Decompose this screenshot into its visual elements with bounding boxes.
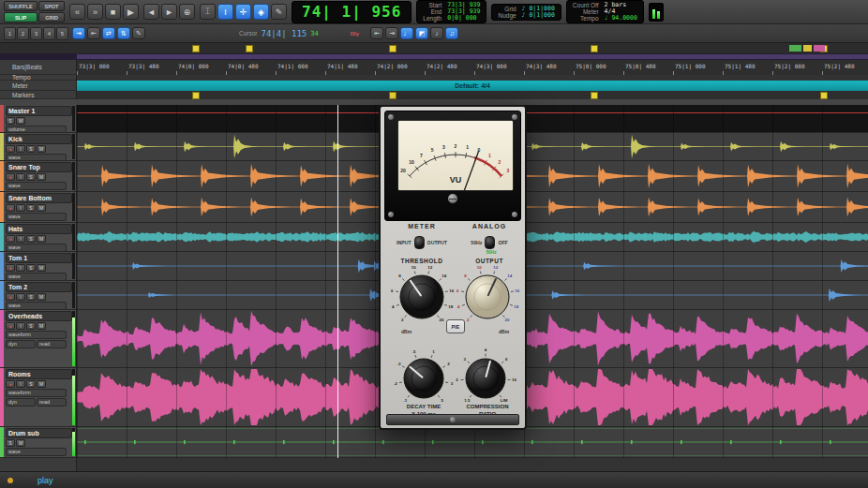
input-monitor-button[interactable]: I [16, 173, 25, 181]
mute-button[interactable]: M [37, 235, 46, 243]
solo-button[interactable]: S [26, 322, 36, 330]
input-monitor-button[interactable]: I [16, 380, 25, 388]
solo-button[interactable]: S [26, 380, 36, 388]
insertion-follows-playback-button[interactable]: ⇤ [87, 27, 100, 39]
track-name[interactable]: Rooms [6, 369, 72, 379]
ruler-name-bars-beats[interactable]: Bars|Beats [0, 60, 76, 75]
input-monitor-button[interactable]: I [16, 235, 25, 243]
zoomer-tool[interactable]: ⊕ [179, 4, 195, 20]
track-header-tom-2[interactable]: Tom 2●ISMwave [0, 281, 77, 310]
window-config-3[interactable]: 3 [30, 27, 42, 40]
mute-button[interactable]: M [37, 264, 46, 272]
solo-button[interactable]: S [26, 173, 36, 181]
track-header-kick[interactable]: Kick●ISMwave [0, 133, 77, 161]
track-header-snare-top[interactable]: Snare Top●ISMwave [0, 161, 77, 192]
track-view-selector[interactable]: wave [6, 244, 67, 252]
pre-roll-button[interactable]: ⇤ [370, 27, 383, 39]
window-config-1[interactable]: 1 [4, 27, 16, 40]
track-name[interactable]: Kick [6, 134, 72, 144]
track-view-selector[interactable]: volume [6, 126, 67, 133]
track-view-selector[interactable]: waveform [6, 331, 67, 339]
main-counter[interactable]: 74| 1| 956 [292, 1, 412, 23]
track-header-master-1[interactable]: Master 1SMvolume [0, 105, 77, 133]
mute-button[interactable]: M [37, 380, 46, 388]
tempo-value[interactable]: 94.0000 [611, 14, 636, 22]
ruler-name-meter[interactable]: Meter [0, 81, 76, 91]
grabber-tool[interactable]: ✛ [235, 4, 251, 20]
record-enable-button[interactable]: ● [6, 322, 15, 330]
dyn-selector[interactable]: dyn [6, 340, 36, 348]
marker-icon[interactable] [389, 92, 397, 99]
record-enable-button[interactable]: ● [6, 145, 15, 153]
meter-label[interactable]: Meter [573, 8, 599, 15]
stop-button[interactable]: ■ [105, 4, 121, 20]
post-roll-button[interactable]: ⇥ [385, 27, 398, 39]
input-monitor-button[interactable]: I [16, 293, 25, 301]
edit-mode-shuffle[interactable]: SHUFFLE [4, 1, 37, 11]
edit-mode-grid[interactable]: GRID [38, 12, 65, 22]
countoff-label[interactable]: Count Off [573, 2, 599, 8]
track-header-rooms[interactable]: Rooms●ISMwaveformdynread [0, 368, 77, 427]
track-lane-drum-sub[interactable] [77, 427, 868, 458]
edit-mode-spot[interactable]: SPOT [38, 1, 65, 11]
track-view-selector[interactable]: wave [6, 182, 67, 190]
marker-icon[interactable] [192, 92, 200, 99]
tempo-label[interactable]: Tempo [573, 15, 599, 22]
window-config-4[interactable]: 4 [43, 27, 55, 40]
solo-button[interactable]: S [26, 145, 36, 153]
selector-tool[interactable]: I [217, 4, 233, 20]
track-view-selector[interactable]: waveform [6, 389, 67, 397]
meter-source-toggle[interactable] [414, 236, 425, 249]
nudge-value[interactable]: 0|1|000 [529, 11, 554, 19]
track-view-selector[interactable]: wave [6, 213, 67, 221]
rewind-button[interactable]: « [69, 4, 85, 20]
marker-icon[interactable] [820, 92, 828, 99]
track-name[interactable]: Snare Top [6, 162, 72, 172]
solo-button[interactable]: S [26, 264, 36, 272]
edit-mode-slip[interactable]: SLIP [4, 12, 37, 22]
window-config-5[interactable]: 5 [56, 27, 68, 40]
track-header-overheads[interactable]: Overheads●ISMwaveformdynread [0, 310, 77, 368]
track-view-selector[interactable]: wave [6, 302, 67, 310]
automation-mode-selector[interactable]: read [37, 340, 67, 348]
record-enable-button[interactable]: ● [6, 380, 15, 388]
input-monitor-button[interactable]: I [16, 264, 25, 272]
length-value[interactable]: 0|0| 000 [447, 15, 480, 22]
track-view-selector[interactable]: wave [6, 448, 67, 456]
bars-beats-ruler[interactable]: 73|3| 00073|3| 48074|0| 00074|0| 48074|1… [77, 60, 868, 76]
metronome-button[interactable]: ♩ [400, 27, 413, 39]
edit-cursor[interactable] [337, 105, 338, 458]
mute-button[interactable]: M [37, 145, 46, 153]
conductor-button[interactable]: ♫ [445, 27, 458, 39]
delay-compensation-label[interactable]: Dly [351, 31, 359, 37]
solo-button[interactable]: S [26, 204, 36, 212]
trim-tool[interactable]: ⌶ [200, 4, 216, 20]
marker-icon[interactable] [591, 92, 598, 99]
mute-button[interactable]: M [37, 204, 46, 212]
dyn-selector[interactable]: dyn [6, 398, 36, 407]
ruler-name-markers[interactable]: Markers [0, 91, 76, 99]
input-monitor-button[interactable]: I [16, 204, 25, 212]
record-enable-button[interactable]: ● [6, 173, 15, 181]
fast-forward-button[interactable]: » [87, 4, 103, 20]
midi-merge-button[interactable]: ♪ [430, 27, 443, 39]
solo-button[interactable]: S [26, 293, 36, 301]
zoom-in-button[interactable]: ► [161, 4, 177, 20]
automation-mode-selector[interactable]: read [37, 398, 67, 407]
solo-button[interactable]: S [26, 235, 36, 243]
input-monitor-button[interactable]: I [16, 322, 25, 330]
solo-button[interactable]: S [6, 439, 15, 447]
track-name[interactable]: Drum sub [6, 428, 72, 438]
scrubber-tool[interactable]: ◈ [253, 4, 269, 20]
link-track-edit-button[interactable]: ⇅ [117, 27, 130, 39]
track-header-snare-bottom[interactable]: Snare Bottom●ISMwave [0, 192, 77, 223]
tab-to-transient-button[interactable]: ⇥ [72, 27, 85, 39]
mute-button[interactable]: M [16, 117, 25, 125]
track-header-drum-sub[interactable]: Drum subSMwave [0, 427, 77, 458]
mute-button[interactable]: M [37, 293, 46, 301]
track-name[interactable]: Overheads [6, 311, 72, 321]
record-enable-button[interactable]: ● [6, 235, 15, 243]
link-timeline-edit-button[interactable]: ⇄ [102, 27, 115, 39]
analog-toggle[interactable] [485, 236, 495, 249]
marker-icon[interactable] [389, 45, 397, 52]
